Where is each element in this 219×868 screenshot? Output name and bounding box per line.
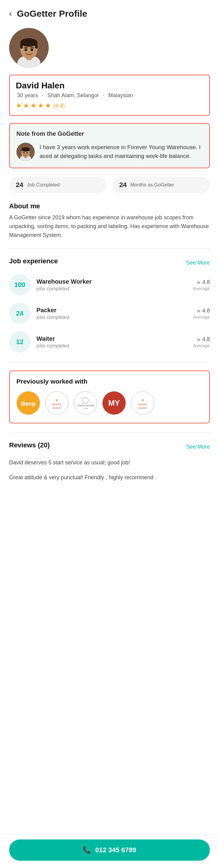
job-sub-warehouse: jobs completed — [36, 286, 187, 291]
star-half: ★ — [45, 102, 51, 110]
my-logo-svg: MY — [103, 391, 126, 415]
star-small-packer: ★ — [196, 308, 201, 314]
job-experience-title: Job experience — [9, 257, 58, 265]
note-card: Note from the GoGetter I have 3 years wo… — [9, 123, 210, 168]
svg-text:BUNCH: BUNCH — [138, 407, 147, 409]
job-info-packer: Packer jobs completed — [36, 307, 187, 320]
svg-point-4 — [20, 38, 37, 47]
previously-worked-card: Previously worked with Beep H HAPPY BUNC… — [9, 371, 210, 423]
note-title: Note from the GoGetter — [17, 130, 202, 137]
svg-point-9 — [28, 51, 30, 53]
profile-info-card: David Halen 30 years · Shah Alam, Selang… — [9, 75, 210, 116]
stat-months-label: Months as GoGetter — [130, 182, 174, 188]
job-count-num-packer: 24 — [16, 309, 23, 317]
svg-point-7 — [25, 49, 27, 51]
divider-1 — [9, 248, 210, 249]
rating-row: ★ ★ ★ ★ ★ (4.8) — [16, 102, 203, 110]
phone-number: 012 345 6789 — [95, 846, 136, 854]
bottom-spacer — [0, 491, 219, 522]
back-button[interactable]: ‹ — [9, 9, 12, 18]
rating-score: (4.8) — [54, 103, 65, 109]
reviews-header: Reviews (20) See More — [9, 441, 210, 452]
happybunch2-logo-svg: H HAPPY BUNCH — [131, 391, 154, 415]
svg-text:HAPPY: HAPPY — [138, 403, 147, 406]
header: ‹ GoGetter Profile — [0, 0, 219, 25]
svg-text:H: H — [141, 399, 144, 402]
stat-jobs-number: 24 — [16, 181, 23, 189]
job-info-waiter: Waiter jobs completed — [36, 335, 187, 349]
job-rating-packer: ★ 4.8 Average — [193, 308, 210, 319]
job-rating-num-packer: ★ 4.8 — [193, 308, 210, 314]
company-logo-happybunch2: H HAPPY BUNCH — [131, 391, 155, 415]
stats-row: 24 Job Completed 24 Months as GoGetter — [9, 177, 210, 193]
reviews-see-more[interactable]: See More — [186, 444, 210, 450]
company-logo-beep: Beep — [17, 391, 40, 415]
svg-rect-5 — [20, 42, 23, 49]
job-item-packer: 24 Packer jobs completed ★ 4.8 Average — [9, 303, 210, 324]
svg-rect-6 — [35, 42, 37, 49]
job-rating-waiter: ★ 4.8 Average — [193, 336, 210, 348]
beep-logo-svg: Beep — [17, 391, 40, 415]
svg-text:BUNCH: BUNCH — [53, 407, 61, 409]
happybunch1-logo-svg: H HAPPY BUNCH — [45, 391, 69, 415]
stat-jobs-completed: 24 Job Completed — [9, 177, 106, 193]
job-rating-num-waiter: ★ 4.8 — [193, 336, 210, 343]
svg-point-15 — [23, 152, 25, 154]
reviews-title: Reviews (20) — [9, 441, 50, 449]
job-count-badge-warehouse: 100 — [9, 274, 30, 296]
job-title-waiter: Waiter — [36, 335, 187, 342]
previously-worked-title: Previously worked with — [17, 378, 202, 385]
star-small-waiter: ★ — [196, 336, 201, 343]
stat-months: 24 Months as GoGetter — [113, 177, 210, 193]
page-title: GoGetter Profile — [17, 8, 87, 19]
job-sub-packer: jobs completed — [36, 315, 187, 320]
call-button[interactable]: 📞 012 345 6789 — [9, 839, 210, 861]
stat-jobs-label: Job Completed — [27, 182, 60, 188]
svg-text:MY: MY — [108, 399, 120, 407]
star-small-warehouse: ★ — [196, 279, 201, 286]
svg-text:HAPPY: HAPPY — [52, 403, 61, 406]
company-logo-my: MY — [102, 391, 126, 415]
stat-months-number: 24 — [119, 181, 127, 189]
review-item-2: Great attitude & very punctual! Friendly… — [9, 473, 210, 482]
about-section: About me A GoGetter since 2019 whom has … — [0, 202, 219, 239]
note-text: I have 3 years work experience in Foreve… — [39, 143, 202, 161]
job-count-num-warehouse: 100 — [14, 281, 26, 289]
svg-point-23 — [74, 392, 97, 414]
note-avatar-image — [17, 143, 35, 161]
company-logos: Beep H HAPPY BUNCH CARETOGETHER .COM — [17, 391, 202, 415]
profile-name: David Halen — [16, 81, 203, 91]
avatar — [9, 28, 49, 67]
job-count-badge-waiter: 12 — [9, 331, 30, 352]
job-info-warehouse: Warehouse Worker jobs completed — [36, 278, 187, 291]
job-experience-section: Job experience See More 100 Warehouse Wo… — [0, 257, 219, 352]
job-count-num-waiter: 12 — [16, 338, 23, 346]
svg-text:H: H — [56, 399, 58, 402]
job-sub-waiter: jobs completed — [36, 343, 187, 349]
job-experience-see-more[interactable]: See More — [186, 260, 210, 266]
about-text: A GoGetter since 2019 whom has experienc… — [9, 213, 210, 239]
avatar-image — [9, 28, 49, 67]
job-item-waiter: 12 Waiter jobs completed ★ 4.8 Average — [9, 331, 210, 352]
svg-text:Beep: Beep — [21, 400, 35, 407]
company-logo-caretogether: CARETOGETHER .COM — [74, 391, 97, 415]
cta-bar: 📞 012 345 6789 — [0, 834, 219, 868]
svg-point-8 — [31, 49, 33, 51]
star-3: ★ — [30, 102, 36, 110]
about-title: About me — [9, 202, 210, 210]
note-avatar — [17, 143, 35, 161]
job-experience-header: Job experience See More — [9, 257, 210, 268]
svg-point-16 — [26, 152, 28, 154]
job-title-packer: Packer — [36, 307, 187, 314]
divider-3 — [9, 432, 210, 433]
job-rating-num-warehouse: ★ 4.8 — [193, 279, 210, 286]
reviews-section: Reviews (20) See More David deserves 5 s… — [0, 441, 219, 482]
svg-text:CARETOGETHER: CARETOGETHER — [77, 405, 94, 407]
job-item-warehouse: 100 Warehouse Worker jobs completed ★ 4.… — [9, 274, 210, 296]
job-title-warehouse: Warehouse Worker — [36, 278, 187, 285]
note-content: I have 3 years work experience in Foreve… — [17, 143, 202, 161]
svg-point-14 — [21, 147, 30, 152]
job-rating-label-packer: Average — [193, 314, 210, 319]
job-count-badge-packer: 24 — [9, 303, 30, 324]
svg-text:.COM: .COM — [83, 408, 88, 410]
